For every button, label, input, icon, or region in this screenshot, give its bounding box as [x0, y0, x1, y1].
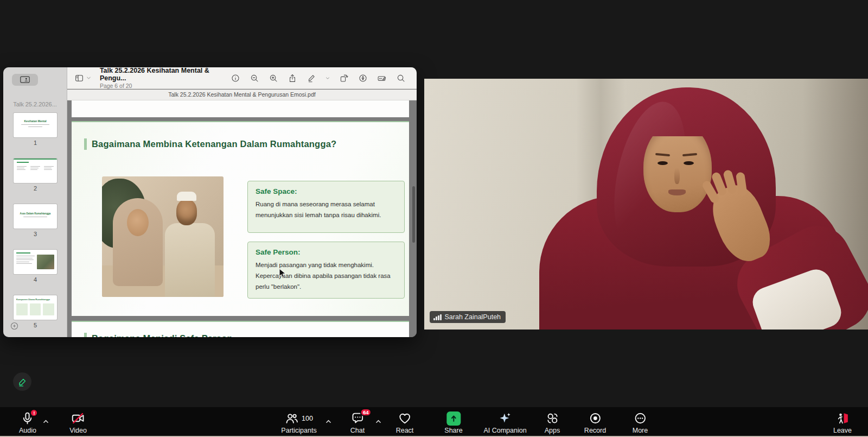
next-slide-title-row: Bagaimana Menjadi Safe Person — [84, 333, 233, 337]
screen-share-presenter-button[interactable] — [12, 74, 38, 86]
participants-icon — [285, 411, 298, 425]
share-button[interactable]: Share — [444, 411, 462, 434]
leave-label: Leave — [833, 427, 852, 434]
rotate-button[interactable] — [338, 72, 350, 84]
leave-button[interactable]: Leave — [833, 411, 852, 434]
chat-options-chevron[interactable] — [375, 416, 381, 426]
thumbnail-5-card: Komponen Utama Rumahtangga — [14, 295, 57, 320]
scrollbar-thumb[interactable] — [412, 186, 415, 243]
form-fill-button[interactable] — [376, 72, 388, 84]
safe-space-body: Ruang di mana seseorang merasa selamat m… — [256, 199, 397, 220]
thumbnail-4-number: 4 — [14, 276, 57, 283]
speaker-video-tile: Sarah ZainalPuteh — [424, 79, 868, 330]
page-indicator: Page 6 of 20 — [100, 83, 229, 89]
annotate-button[interactable] — [13, 372, 31, 391]
safe-person-box: Safe Person: Menjadi pasangan yang tidak… — [247, 242, 405, 299]
search-button[interactable] — [395, 72, 407, 84]
thumbnail-page-3[interactable]: Asas Dalam Rumahtangga 3 — [14, 204, 57, 237]
man-face — [176, 199, 197, 225]
next-slide-title-partial: Bagaimana Menjadi Safe Person — [92, 333, 233, 337]
sign-pen-icon — [358, 73, 368, 83]
participant-name-tag: Sarah ZainalPuteh — [430, 311, 506, 323]
leave-meeting-label: More — [633, 427, 648, 434]
slide-title: Bagaimana Membina Ketenangan Dalam Rumah… — [92, 139, 336, 149]
sign-button[interactable] — [357, 72, 369, 84]
record-button[interactable]: Record — [584, 411, 606, 434]
safe-person-body: Menjadi pasangan yang tidak menghakimi. … — [256, 259, 397, 292]
screen-person-icon — [20, 76, 30, 84]
search-icon — [396, 73, 406, 83]
safe-person-heading: Safe Person: — [256, 248, 397, 256]
sidebar-view-menu[interactable] — [85, 72, 92, 84]
zoom-out-icon — [250, 73, 259, 83]
share-export-button[interactable] — [286, 72, 298, 84]
participants-options-chevron[interactable] — [326, 416, 331, 426]
react-button[interactable]: React — [396, 411, 414, 434]
next-page-sliver: Bagaimana Menjadi Safe Person — [72, 321, 409, 337]
more-button[interactable]: More — [633, 411, 648, 434]
thumbnail-page-2[interactable]: 2 — [14, 159, 57, 192]
ai-companion-sparkle-icon — [499, 411, 512, 425]
form-field-icon — [377, 73, 387, 83]
participants-label: Participants — [281, 427, 316, 434]
document-title: Talk 25.2.2026 Kesihatan Mental & Pengu.… — [100, 67, 229, 82]
video-button[interactable]: Video — [69, 411, 87, 434]
previous-page-sliver — [72, 100, 409, 117]
thumbnail-page-5[interactable]: Komponen Utama Rumahtangga 5 — [14, 295, 57, 328]
thumbnail-3-number: 3 — [14, 231, 57, 237]
zoom-in-icon — [269, 73, 278, 83]
thumbnail-2-number: 2 — [14, 185, 57, 192]
thumbnail-1-number: 1 — [14, 140, 57, 146]
apps-label: Apps — [545, 427, 560, 434]
markup-button[interactable] — [305, 72, 317, 84]
participants-count: 100 — [302, 415, 313, 422]
couple-photo — [102, 176, 224, 297]
slide-title-row: Bagaimana Membina Ketenangan Dalam Rumah… — [84, 138, 336, 150]
document-title-block: Talk 25.2.2026 Kesihatan Mental & Pengu.… — [100, 67, 229, 89]
pdf-preview-window: Talk 25.2.2026... Kesihatan Mental 1 — [3, 67, 417, 337]
chat-unread-badge: 64 — [360, 408, 372, 416]
thumbnail-5-number: 5 — [14, 322, 57, 328]
info-icon — [231, 73, 240, 83]
share-export-icon — [288, 73, 297, 83]
man-cap — [177, 192, 196, 201]
apps-button[interactable]: Apps — [545, 411, 560, 434]
safe-space-box: Safe Space: Ruang di mana seseorang mera… — [247, 181, 405, 233]
pdf-sidebar: Talk 25.2.2026... Kesihatan Mental 1 — [3, 67, 67, 337]
pdf-content-area: Talk 25.2.2026 Kesihatan Mental & Pengu.… — [67, 67, 417, 337]
markup-pencil-icon — [307, 73, 316, 83]
video-camera-off-icon — [72, 411, 85, 425]
audio-options-chevron[interactable] — [43, 416, 49, 426]
zoom-in-button[interactable] — [267, 72, 279, 84]
sidebar-panel-icon — [74, 73, 84, 83]
pdf-document-scroll-area[interactable]: Bagaimana Membina Ketenangan Dalam Rumah… — [67, 100, 417, 337]
ai-companion-button[interactable]: AI Companion — [483, 411, 526, 434]
thumbnail-page-1[interactable]: Kesihatan Mental 1 — [14, 113, 57, 146]
share-screen-icon — [446, 411, 461, 426]
participants-button[interactable]: 100 Participants — [281, 411, 316, 434]
meeting-toolbar: ! Audio Video — [0, 407, 868, 437]
zoom-out-button[interactable] — [248, 72, 260, 84]
safe-space-heading: Safe Space: — [256, 187, 397, 195]
record-icon — [588, 411, 602, 425]
leave-door-icon — [836, 411, 850, 425]
info-button[interactable] — [229, 72, 241, 84]
pdf-toolbar: Talk 25.2.2026 Kesihatan Mental & Pengu.… — [67, 67, 417, 89]
thumbnail-page-4[interactable]: 4 — [14, 250, 57, 283]
audio-label: Audio — [19, 427, 36, 434]
current-slide-page: Bagaimana Membina Ketenangan Dalam Rumah… — [72, 121, 409, 316]
sidebar-doc-label: Talk 25.2.2026... — [3, 101, 67, 107]
chat-button[interactable]: 64 Chat — [350, 411, 365, 434]
ai-companion-label: AI Companion — [483, 427, 526, 434]
sidebar-toggle-button[interactable] — [74, 72, 85, 84]
react-label: React — [396, 427, 414, 434]
chat-label: Chat — [350, 427, 365, 434]
video-label: Video — [69, 427, 87, 434]
audio-alert-badge: ! — [30, 409, 38, 417]
connection-bars-icon — [433, 314, 442, 320]
woman-face — [127, 209, 149, 236]
markup-menu-button[interactable] — [324, 72, 331, 84]
audio-button[interactable]: ! Audio — [19, 411, 36, 434]
plus-circle-icon — [10, 321, 19, 331]
add-page-button[interactable] — [10, 321, 19, 333]
